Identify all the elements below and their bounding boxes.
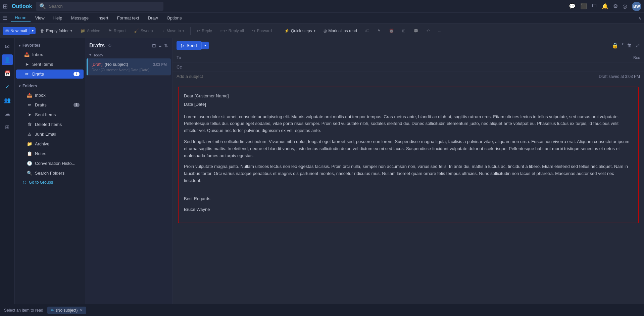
folders-section-header[interactable]: ▾ Folders (15, 82, 85, 90)
sensitivity-icon[interactable]: 🔒 (612, 42, 618, 49)
accessibility-icon[interactable]: ◎ (623, 3, 627, 9)
empty-folder-button[interactable]: 🗑 Empty folder ▾ (37, 27, 75, 35)
filter-icon[interactable]: ≡ (159, 43, 161, 48)
bell-icon[interactable]: 🔔 (602, 3, 608, 9)
undo-button[interactable]: ↶ (423, 27, 433, 35)
inbox-folder-icon: 📥 (27, 93, 32, 98)
favorites-section-header[interactable]: ▾ Favorites (15, 41, 85, 50)
flag-icon: ⚑ (377, 29, 381, 33)
email-body-content[interactable]: Dear [Customer Name] Date [Date] Lorem i… (178, 87, 639, 223)
star-icon[interactable]: ☆ (107, 42, 112, 49)
sidebar-item-search-folders[interactable]: 🔍 Search Folders (16, 169, 84, 178)
new-mail-button[interactable]: ✉ New mail ▾ (3, 27, 36, 35)
category-icon: ⊞ (402, 29, 405, 33)
more-button[interactable]: ... (435, 27, 445, 35)
reply-all-button[interactable]: ↩↩ Reply all (217, 27, 247, 35)
message-item[interactable]: [Draft] (No subject) 3:03 PM Dear [Custo… (87, 58, 171, 76)
tab-draw[interactable]: Draw (144, 14, 162, 22)
send-arrow-button[interactable]: ▾ (201, 42, 209, 49)
sidebar-icon-contacts[interactable]: 👥 (2, 95, 13, 105)
flag-button[interactable]: ⚑ (374, 27, 384, 35)
sidebar-item-drafts[interactable]: ✏ Drafts 1 (16, 100, 84, 109)
report-button[interactable]: ⚑ Report (105, 27, 129, 35)
message-item-top: [Draft] (No subject) 3:03 PM (92, 62, 167, 67)
comment-icon[interactable]: 🗨 (592, 3, 597, 9)
category-button[interactable]: ⊞ (399, 27, 409, 35)
sweep-button[interactable]: 🧹 Sweep (131, 27, 156, 35)
cc-input[interactable] (190, 64, 640, 70)
tag-button[interactable]: 🏷 (362, 27, 373, 35)
date-group: ▾ Today (85, 51, 172, 58)
message-list-title: Drafts (89, 43, 105, 49)
forward-button[interactable]: ↪ Forward (249, 27, 275, 35)
go-to-groups[interactable]: ⬡ Go to Groups (15, 178, 85, 187)
tab-help[interactable]: Help (49, 14, 66, 22)
view-toggle-icon[interactable]: ⊟ (152, 43, 156, 48)
sent-folder-icon: ➤ (27, 112, 32, 117)
tab-format-text[interactable]: Format text (113, 14, 143, 22)
sidebar-item-inbox[interactable]: 📥 Inbox (16, 91, 84, 100)
calendar-view-icon[interactable]: ⬛ (580, 3, 587, 9)
send-button[interactable]: ▷ Send (177, 41, 201, 50)
sidebar-icon-checkmark[interactable]: ✓ (2, 81, 13, 92)
archive-button[interactable]: 📁 Archive (77, 27, 104, 35)
sidebar-icon-people[interactable]: 👤 (2, 54, 13, 65)
send-button-group[interactable]: ▷ Send ▾ (177, 41, 209, 50)
tab-home[interactable]: Home (11, 14, 31, 22)
reminder-icon: ⏰ (389, 29, 394, 33)
date-group-chevron[interactable]: ▾ (89, 53, 91, 57)
sidebar-icon-mail[interactable]: ✉ (2, 41, 13, 52)
sidebar-item-favorites-sent[interactable]: ➤ Sent Items (16, 60, 84, 69)
reminder-button[interactable]: ⏰ (386, 27, 397, 35)
archive-folder-icon: 📁 (27, 141, 32, 146)
quick-steps-button[interactable]: ⚡ Quick steps ▾ (281, 27, 319, 35)
sidebar-item-notes[interactable]: 📋 Notes (16, 149, 84, 158)
new-mail-arrow[interactable]: ▾ (30, 27, 36, 34)
chat-icon-btn[interactable]: 💬 (410, 27, 422, 35)
sensitivity-arrow[interactable]: ▾ (622, 42, 624, 49)
bcc-link[interactable]: Bcc (633, 55, 640, 60)
draft-tag-icon: ✏ (51, 308, 54, 313)
favorites-chevron: ▾ (19, 44, 20, 47)
search-input[interactable] (49, 4, 160, 9)
ribbon-collapse-button[interactable]: ∧ (638, 16, 641, 20)
sidebar-icon-apps[interactable]: ⊞ (2, 122, 13, 132)
draft-tag-close[interactable]: ✕ (80, 308, 83, 313)
sidebar-item-archive[interactable]: 📁 Archive (16, 139, 84, 148)
sidebar-item-deleted[interactable]: 🗑 Deleted Items (16, 120, 84, 129)
search-box[interactable]: 🔍 (36, 2, 163, 11)
sidebar-item-favorites-drafts[interactable]: ✏ Drafts 1 (16, 70, 84, 79)
to-input[interactable] (190, 55, 630, 60)
tab-view[interactable]: View (31, 14, 49, 22)
tab-options[interactable]: Options (163, 14, 186, 22)
subject-input[interactable] (177, 74, 595, 79)
sidebar-icon-calendar[interactable]: 📅 (2, 68, 13, 79)
popout-icon[interactable]: ⤢ (636, 42, 640, 49)
send-icon: ▷ (181, 43, 185, 48)
message-list: Drafts ☆ ⊟ ≡ ⇅ ▾ Today [Draft] (No subje… (85, 38, 172, 304)
reply-button[interactable]: ↩ Reply (193, 27, 215, 35)
draft-tag[interactable]: ✏ (No subject) ✕ (47, 307, 87, 314)
sidebar-item-junk[interactable]: ⚠ Junk Email (16, 130, 84, 139)
sidebar-item-sent[interactable]: ➤ Sent Items (16, 110, 84, 119)
mark-all-as-read-button[interactable]: ◎ Mark all as read (320, 27, 360, 35)
new-mail-main[interactable]: ✉ New mail (3, 27, 30, 35)
hamburger-icon[interactable]: ☰ (3, 15, 7, 21)
chat-icon[interactable]: 💬 (569, 3, 576, 9)
to-label: To (177, 55, 187, 60)
sidebar-item-convo-history[interactable]: 🕐 Conversation Histo... (16, 159, 84, 168)
tab-message[interactable]: Message (67, 14, 93, 22)
sidebar-item-favorites-inbox[interactable]: 📥 Inbox (16, 50, 84, 59)
deleted-icon: 🗑 (27, 122, 32, 127)
app-grid-icon[interactable]: ⊞ (3, 3, 8, 10)
tab-insert[interactable]: Insert (93, 14, 112, 22)
history-icon: 🕐 (27, 161, 32, 166)
move-to-button[interactable]: → Move to ▾ (157, 27, 188, 35)
avatar[interactable]: BW (632, 2, 641, 11)
sidebar-icon-cloud[interactable]: ☁ (2, 108, 13, 119)
sort-icon[interactable]: ⇅ (164, 43, 168, 48)
separator-2 (278, 27, 278, 35)
discard-icon[interactable]: 🗑 (627, 42, 632, 49)
draft-saved-label: Draft saved at 3:03 PM (599, 74, 640, 79)
settings-icon[interactable]: ⚙ (613, 3, 618, 9)
